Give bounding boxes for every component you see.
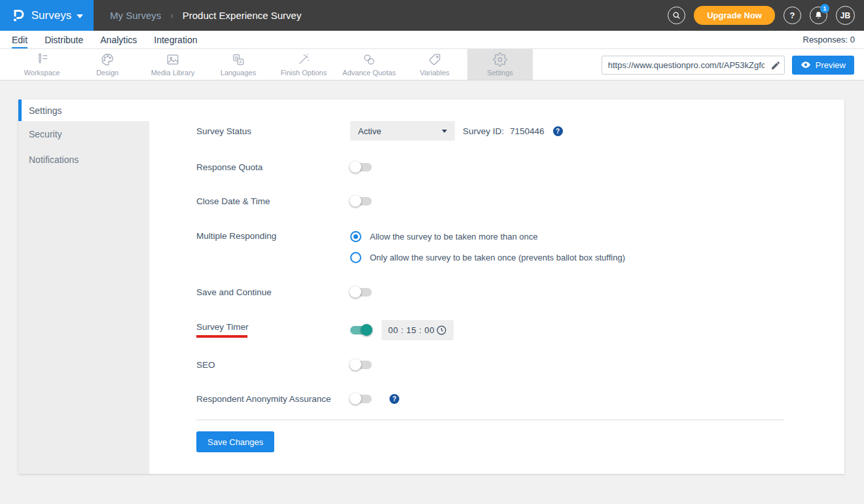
radio-option-only-once[interactable]: Only allow the survey to be taken once (… — [350, 249, 625, 265]
save-and-continue-label: Save and Continue — [196, 287, 350, 297]
edit-toolbar: Workspace Design Media Library A Languag… — [0, 49, 864, 81]
toolbar-label: Media Library — [151, 69, 195, 77]
tab-distribute[interactable]: Distribute — [45, 31, 83, 48]
chevron-down-icon — [442, 130, 447, 133]
sidebar-item-security[interactable]: Security — [18, 121, 149, 147]
sidebar-item-settings[interactable]: Settings — [18, 99, 149, 121]
survey-timer-value: 00 : 15 : 00 — [388, 325, 435, 335]
breadcrumb-separator: › — [170, 10, 173, 20]
toolbar-item-settings[interactable]: Settings — [467, 49, 533, 80]
breadcrumb-current-survey: Product Experience Survey — [183, 10, 302, 21]
respondent-anonymity-label: Respondent Anonymity Assurance — [196, 394, 350, 404]
close-date-time-toggle[interactable] — [350, 197, 372, 206]
radio-unselected-icon[interactable] — [350, 252, 361, 263]
responses-count: Responses: 0 — [803, 35, 855, 45]
toolbar-label: Variables — [420, 69, 449, 77]
chevron-down-icon — [77, 14, 83, 18]
toolbar-label: Finish Options — [281, 69, 327, 77]
row-close-date-time: Close Date & Time — [196, 194, 844, 207]
sidebar-item-notifications[interactable]: Notifications — [18, 147, 149, 172]
settings-card: Settings Security Notifications Survey S… — [18, 99, 844, 474]
upgrade-now-button[interactable]: Upgrade Now — [694, 6, 775, 25]
notifications-button[interactable]: 1 — [810, 7, 827, 24]
bell-icon — [814, 11, 823, 20]
survey-nav-tabs: Edit Distribute Analytics Integration — [12, 31, 197, 48]
row-seo: SEO — [196, 358, 844, 371]
preview-label: Preview — [816, 60, 846, 70]
toggle-knob — [350, 286, 361, 298]
toolbar-item-media-library[interactable]: Media Library — [140, 49, 206, 80]
response-quota-label: Response Quota — [196, 162, 350, 172]
radio-option-allow-multiple[interactable]: Allow the survey to be taken more than o… — [350, 228, 625, 244]
eye-icon — [801, 60, 811, 70]
toolbar-item-finish-options[interactable]: Finish Options — [271, 49, 336, 80]
toolbar-item-design[interactable]: Design — [75, 49, 140, 80]
help-button[interactable]: ? — [783, 7, 801, 24]
survey-id-label: Survey ID: — [463, 126, 504, 136]
survey-url-wrap — [602, 56, 785, 75]
respondent-anonymity-toggle[interactable] — [350, 395, 372, 403]
toggle-knob — [350, 359, 361, 370]
settings-form: Survey Status Active Survey ID: 7150446 … — [149, 99, 844, 474]
survey-status-value: Active — [358, 126, 381, 136]
toolbar-label: Languages — [221, 69, 256, 77]
save-changes-button[interactable]: Save Changes — [196, 431, 274, 452]
survey-timer-duration-field[interactable]: 00 : 15 : 00 — [382, 320, 454, 340]
clock-icon — [436, 325, 447, 336]
avatar[interactable]: JB — [836, 6, 855, 25]
toolbar-item-languages[interactable]: A Languages — [206, 49, 271, 80]
save-and-continue-toggle[interactable] — [350, 288, 372, 297]
row-save-and-continue: Save and Continue — [196, 285, 844, 298]
breadcrumb-my-surveys[interactable]: My Surveys — [110, 10, 161, 21]
survey-nav-row: Edit Distribute Analytics Integration Re… — [0, 31, 864, 49]
product-switcher[interactable]: Surveys — [0, 0, 94, 31]
toolbar-item-advance-quotas[interactable]: Advance Quotas — [336, 49, 402, 80]
form-divider — [196, 420, 784, 420]
question-mark-icon: ? — [790, 10, 795, 20]
survey-status-label: Survey Status — [196, 126, 350, 136]
survey-timer-toggle[interactable] — [350, 326, 372, 334]
tab-analytics[interactable]: Analytics — [100, 31, 137, 48]
toggle-knob — [350, 161, 361, 173]
survey-timer-red-underline — [196, 335, 247, 338]
toggle-knob — [350, 393, 361, 405]
toolbar-right-controls: Preview — [602, 49, 854, 81]
search-icon — [672, 11, 681, 20]
seo-label: SEO — [196, 360, 350, 370]
toolbar-label: Advance Quotas — [342, 69, 395, 77]
workspace-icon — [35, 52, 49, 67]
survey-timer-label: Survey Timer — [196, 322, 249, 332]
survey-url-input[interactable] — [602, 56, 785, 75]
languages-icon: A — [231, 52, 245, 67]
row-response-quota: Response Quota — [196, 160, 844, 173]
close-date-time-label: Close Date & Time — [196, 196, 350, 206]
design-icon — [100, 52, 115, 67]
finish-options-icon — [297, 52, 311, 67]
top-bar: Surveys My Surveys › Product Experience … — [0, 0, 864, 31]
response-quota-toggle[interactable] — [350, 163, 372, 171]
sidebar-gray-panel: Security Notifications — [18, 121, 149, 474]
edit-url-pencil-icon[interactable] — [770, 60, 781, 71]
toolbar-label: Settings — [487, 69, 513, 77]
preview-button[interactable]: Preview — [792, 56, 854, 75]
survey-status-select[interactable]: Active — [350, 121, 455, 141]
toolbar-label: Workspace — [24, 69, 60, 77]
breadcrumb: My Surveys › Product Experience Survey — [110, 10, 301, 21]
radio-selected-icon[interactable] — [350, 231, 361, 242]
notification-badge: 1 — [820, 4, 829, 13]
row-survey-status: Survey Status Active Survey ID: 7150446 … — [196, 121, 844, 141]
toolbar-label: Design — [96, 69, 118, 77]
search-button[interactable] — [668, 7, 685, 24]
row-multiple-responding: Multiple Responding Allow the survey to … — [196, 228, 844, 265]
toolbar-item-workspace[interactable]: Workspace — [9, 49, 75, 80]
settings-sidebar: Settings Security Notifications — [18, 99, 149, 474]
tab-integration[interactable]: Integration — [154, 31, 197, 48]
seo-toggle[interactable] — [350, 361, 372, 369]
tab-edit[interactable]: Edit — [12, 31, 27, 48]
multiple-responding-options: Allow the survey to be taken more than o… — [350, 228, 625, 265]
survey-timer-label-wrap: Survey Timer — [196, 322, 350, 338]
survey-id-help-icon[interactable]: ? — [553, 126, 563, 136]
toolbar-item-variables[interactable]: Variables — [402, 49, 467, 80]
radio-option-label: Only allow the survey to be taken once (… — [370, 253, 625, 262]
respondent-anonymity-help-icon[interactable]: ? — [389, 394, 399, 404]
